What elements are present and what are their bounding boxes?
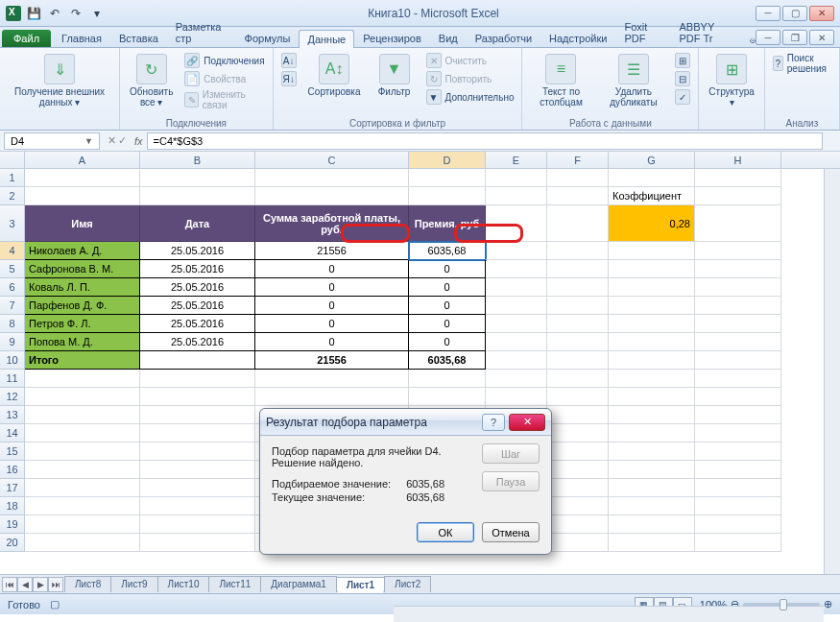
row-20[interactable]: 20 [0, 534, 25, 552]
row-19[interactable]: 19 [0, 515, 25, 534]
col-A[interactable]: A [25, 152, 140, 168]
row-3[interactable]: 3 [0, 205, 25, 242]
cell[interactable] [409, 169, 486, 187]
row-7[interactable]: 7 [0, 297, 25, 315]
date-cell[interactable]: 25.05.2016 [140, 297, 255, 315]
filter-button[interactable]: ▼ Фильтр [371, 52, 419, 99]
maximize-button[interactable]: ▢ [782, 6, 807, 21]
cell[interactable] [609, 242, 695, 260]
header-sum[interactable]: Сумма заработной платы, руб. [255, 205, 409, 242]
cell[interactable] [547, 169, 609, 187]
col-E[interactable]: E [486, 152, 547, 168]
sheet-tab-Лист11[interactable]: Лист11 [208, 576, 261, 592]
minimize-button[interactable]: ─ [756, 6, 780, 21]
file-tab[interactable]: Файл [2, 30, 51, 47]
cell[interactable] [486, 205, 547, 242]
cell[interactable] [695, 534, 781, 552]
doc-minimize-button[interactable]: ─ [756, 30, 780, 45]
sort-az-button[interactable]: А↓ [279, 52, 299, 69]
cell[interactable] [695, 461, 781, 479]
name-cell[interactable]: Коваль Л. П. [25, 278, 140, 297]
tab-insert[interactable]: Вставка [110, 29, 167, 47]
save-icon[interactable]: 💾 [25, 5, 42, 22]
cell[interactable] [25, 479, 140, 497]
dialog-help-button[interactable]: ? [482, 414, 505, 431]
cell[interactable] [547, 461, 609, 479]
row-2[interactable]: 2 [0, 187, 25, 205]
row-13[interactable]: 13 [0, 406, 25, 424]
cell[interactable] [25, 169, 140, 187]
cell[interactable] [486, 315, 547, 333]
cell[interactable] [547, 297, 609, 315]
prem-cell[interactable]: 6035,68 [409, 242, 486, 260]
cell[interactable] [609, 515, 695, 534]
remove-duplicates-button[interactable]: ☰ Удалить дубликаты [600, 52, 668, 109]
refresh-all-button[interactable]: ↻ Обновить все ▾ [126, 52, 177, 109]
excel-icon[interactable] [6, 6, 21, 21]
cell[interactable] [695, 278, 781, 297]
cell[interactable] [547, 515, 609, 534]
get-external-data-button[interactable]: ⇓ Получение внешних данных ▾ [6, 52, 113, 109]
cell[interactable] [609, 169, 695, 187]
close-button[interactable]: ✕ [809, 6, 834, 21]
cell[interactable] [695, 242, 781, 260]
cell[interactable] [140, 515, 255, 534]
cell[interactable] [25, 424, 140, 443]
row-18[interactable]: 18 [0, 497, 25, 515]
cell[interactable] [695, 297, 781, 315]
cell[interactable] [695, 406, 781, 424]
cell[interactable] [695, 187, 781, 205]
dialog-close-button[interactable]: ✕ [509, 414, 545, 431]
consolidate-button[interactable]: ⊟ [673, 70, 692, 87]
col-F[interactable]: F [547, 152, 609, 168]
cell[interactable] [140, 479, 255, 497]
whatif-button[interactable]: ✓ [673, 88, 692, 106]
tab-data[interactable]: Данные [299, 30, 354, 48]
date-cell[interactable]: 25.05.2016 [140, 315, 255, 333]
sheet-tab-Лист8[interactable]: Лист8 [64, 576, 111, 592]
cell[interactable] [486, 351, 547, 370]
row-6[interactable]: 6 [0, 278, 25, 297]
row-5[interactable]: 5 [0, 260, 25, 278]
row-1[interactable]: 1 [0, 169, 25, 187]
cell[interactable] [25, 461, 140, 479]
name-cell[interactable]: Парфенов Д. Ф. [25, 297, 140, 315]
cell[interactable] [486, 187, 547, 205]
tab-formulas[interactable]: Формулы [236, 29, 300, 47]
text-to-columns-button[interactable]: ≡ Текст по столбцам [528, 52, 593, 109]
zoom-in-button[interactable]: ⊕ [824, 598, 832, 610]
cell[interactable] [609, 534, 695, 552]
cell[interactable] [486, 242, 547, 260]
cell[interactable] [486, 260, 547, 278]
cell[interactable] [255, 169, 409, 187]
prem-cell[interactable]: 0 [409, 333, 486, 351]
cell[interactable] [25, 187, 140, 205]
cell[interactable] [695, 388, 781, 406]
cell[interactable] [547, 443, 609, 461]
fx-icon[interactable]: fx [131, 135, 147, 147]
outline-button[interactable]: ⊞ Структура ▾ [705, 52, 757, 109]
sum-cell[interactable]: 0 [255, 278, 409, 297]
coeff-value[interactable]: 0,28 [609, 205, 695, 242]
cell[interactable] [140, 424, 255, 443]
cell[interactable] [486, 297, 547, 315]
cell[interactable] [255, 370, 409, 388]
cell[interactable] [547, 333, 609, 351]
connections-button[interactable]: 🔗Подключения [182, 52, 266, 69]
cell[interactable] [140, 370, 255, 388]
cell[interactable] [547, 388, 609, 406]
cell[interactable] [609, 479, 695, 497]
cell[interactable] [140, 187, 255, 205]
cell[interactable] [140, 388, 255, 406]
header-prem[interactable]: Премия, руб [409, 205, 486, 242]
qat-dropdown-icon[interactable]: ▾ [88, 5, 106, 22]
cell[interactable] [486, 333, 547, 351]
sum-cell[interactable]: 21556 [255, 242, 409, 260]
tab-home[interactable]: Главная [53, 29, 110, 47]
zoom-slider[interactable] [743, 603, 820, 607]
cell[interactable] [609, 461, 695, 479]
name-cell[interactable]: Попова М. Д. [25, 333, 140, 351]
row-9[interactable]: 9 [0, 333, 25, 351]
cell[interactable] [25, 515, 140, 534]
cell[interactable] [609, 315, 695, 333]
